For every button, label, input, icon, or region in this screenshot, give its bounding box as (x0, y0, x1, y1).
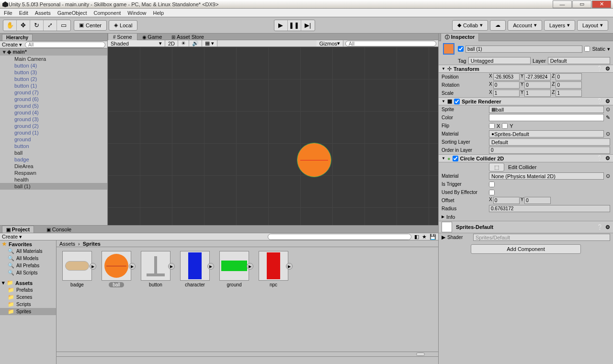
favorite-item[interactable]: 🔍All Models (0, 255, 56, 262)
asset-thumbnail[interactable]: ▶ground (217, 251, 251, 287)
asset-thumbnail[interactable]: ▶npc (257, 251, 290, 287)
gizmos-dropdown[interactable]: Gizmos ▾ (317, 40, 343, 46)
hierarchy-item[interactable]: button (1) (0, 82, 107, 89)
offset-y[interactable] (524, 197, 551, 204)
thumbnail-size-slider[interactable] (57, 352, 438, 356)
folder-item[interactable]: 📁Scripts (0, 301, 56, 308)
assets-header[interactable]: ▾ 📁Assets (0, 279, 56, 286)
menu-gameobject[interactable]: GameObject (57, 10, 87, 16)
gameobject-active-checkbox[interactable] (458, 46, 464, 52)
breadcrumb-assets[interactable]: Assets (59, 241, 75, 247)
gameobject-name-input[interactable] (465, 46, 582, 53)
scale-z[interactable] (556, 90, 582, 97)
hierarchy-item[interactable]: health (0, 176, 107, 183)
object-picker-icon[interactable]: ⊙ (606, 131, 610, 137)
filter-icon[interactable]: ◧ (414, 234, 419, 240)
hierarchy-item[interactable]: button (4) (0, 62, 107, 69)
material-field[interactable]: ● Sprites-Default (489, 130, 604, 137)
expand-icon[interactable]: ▶ (207, 263, 214, 270)
scale-y[interactable] (524, 90, 551, 97)
account-dropdown[interactable]: Account▾ (508, 20, 542, 31)
used-by-effector-checkbox[interactable] (489, 190, 495, 195)
project-tab[interactable]: ▣ Project (2, 226, 34, 233)
menu-component[interactable]: Component (93, 10, 121, 16)
rotate-tool[interactable]: ↻ (30, 20, 44, 31)
project-create-dropdown[interactable]: Create ▾ (2, 234, 22, 240)
rect-tool[interactable]: ▭ (57, 20, 70, 31)
object-picker-icon[interactable]: ⊙ (606, 106, 610, 113)
scale-tool[interactable]: ⤢ (44, 20, 57, 31)
pivot-center-toggle[interactable]: ▣Center (74, 20, 107, 31)
hierarchy-item[interactable]: badge (0, 156, 107, 163)
create-dropdown[interactable]: Create ▾ (2, 42, 22, 48)
help-icon[interactable]: ❔ (597, 155, 603, 161)
material-header[interactable]: Sprites-Default❔⚙ (439, 221, 613, 233)
layer-dropdown[interactable]: Default (548, 57, 610, 64)
menu-assets[interactable]: Assets (35, 10, 51, 16)
hierarchy-item[interactable]: DieArea (0, 163, 107, 170)
eyedropper-icon[interactable]: ✎ (606, 114, 610, 121)
help-icon[interactable]: ❔ (597, 224, 603, 230)
hierarchy-item[interactable]: button (0, 143, 107, 149)
hierarchy-item[interactable]: ground (0, 136, 107, 143)
shader-dropdown[interactable]: Sprites/Default (473, 234, 610, 241)
offset-x[interactable] (493, 197, 520, 204)
menu-edit[interactable]: Edit (19, 10, 28, 16)
expand-icon[interactable]: ▶ (286, 263, 293, 270)
minimize-button[interactable]: — (553, 0, 572, 8)
scene-search[interactable] (345, 41, 436, 46)
expand-icon[interactable]: ▶ (168, 263, 175, 270)
favorite-item[interactable]: 🔍All Materials (0, 248, 56, 255)
scene-tab[interactable]: # Scene (108, 33, 137, 40)
star-filter-icon[interactable]: ★ (422, 234, 427, 240)
hierarchy-tab[interactable]: Hierarchy (2, 34, 33, 41)
is-trigger-checkbox[interactable] (489, 182, 495, 187)
step-button[interactable]: ▶| (301, 20, 315, 31)
sorting-layer-dropdown[interactable]: Default (489, 138, 610, 146)
collider-enabled[interactable] (453, 156, 458, 161)
hierarchy-item[interactable]: ground (2) (0, 123, 107, 129)
hierarchy-item[interactable]: ground (1) (0, 129, 107, 136)
scene-object-ball[interactable] (297, 143, 331, 177)
expand-icon[interactable]: ▶ (247, 263, 253, 270)
scale-x[interactable] (493, 90, 520, 97)
edit-collider-button[interactable]: ⬚ (489, 163, 504, 171)
hierarchy-item[interactable]: ball (0, 149, 107, 156)
folder-item[interactable]: 📁Sprites (0, 308, 56, 315)
rotation-z[interactable] (556, 81, 582, 89)
order-in-layer-input[interactable] (489, 147, 610, 154)
asset-thumbnail[interactable]: ▶button (139, 251, 172, 287)
position-z[interactable] (556, 73, 582, 80)
hierarchy-item[interactable]: ball (1) (0, 183, 107, 190)
asset-thumbnail[interactable]: ▶ball (100, 251, 133, 287)
physics-material-field[interactable]: None (Physics Material 2D) (489, 172, 604, 180)
sprite-field[interactable]: ▦ ball (489, 106, 604, 113)
light-toggle[interactable]: ☀ (178, 40, 189, 46)
hierarchy-item[interactable]: Main Camera (0, 56, 107, 62)
scene-viewport[interactable] (108, 47, 438, 225)
hierarchy-search[interactable] (25, 42, 105, 48)
object-picker-icon[interactable]: ⊙ (606, 173, 610, 179)
circle-collider-header[interactable]: ▼●Circle Collider 2D❔⚙ (439, 154, 613, 162)
game-tab[interactable]: ◉ Game (137, 34, 167, 40)
maximize-button[interactable]: ▭ (572, 0, 591, 8)
menu-help[interactable]: Help (153, 10, 164, 16)
layers-dropdown[interactable]: Layers▾ (544, 20, 575, 31)
asset-store-tab[interactable]: ⊞ Asset Store (167, 34, 209, 40)
hierarchy-item[interactable]: Respawn (0, 170, 107, 176)
expand-icon[interactable]: ▶ (90, 263, 96, 270)
position-x[interactable] (493, 73, 520, 80)
inspector-tab[interactable]: ⓘ Inspector (441, 34, 479, 41)
hierarchy-item[interactable]: ground (3) (0, 116, 107, 123)
pivot-local-toggle[interactable]: ◈Local (109, 20, 137, 31)
scene-header[interactable]: ▾ ◆ main* (0, 48, 107, 56)
favorite-item[interactable]: 🔍All Scripts (0, 269, 56, 276)
rotation-x[interactable] (493, 81, 520, 89)
flip-x-checkbox[interactable] (489, 123, 495, 129)
info-foldout[interactable]: ▶Info (439, 213, 613, 221)
static-checkbox[interactable] (584, 46, 590, 52)
play-button[interactable]: ▶ (274, 20, 288, 31)
breadcrumb-sprites[interactable]: Sprites (83, 241, 101, 247)
folder-item[interactable]: 📁Prefabs (0, 286, 56, 294)
cloud-button[interactable]: ☁ (490, 20, 506, 31)
